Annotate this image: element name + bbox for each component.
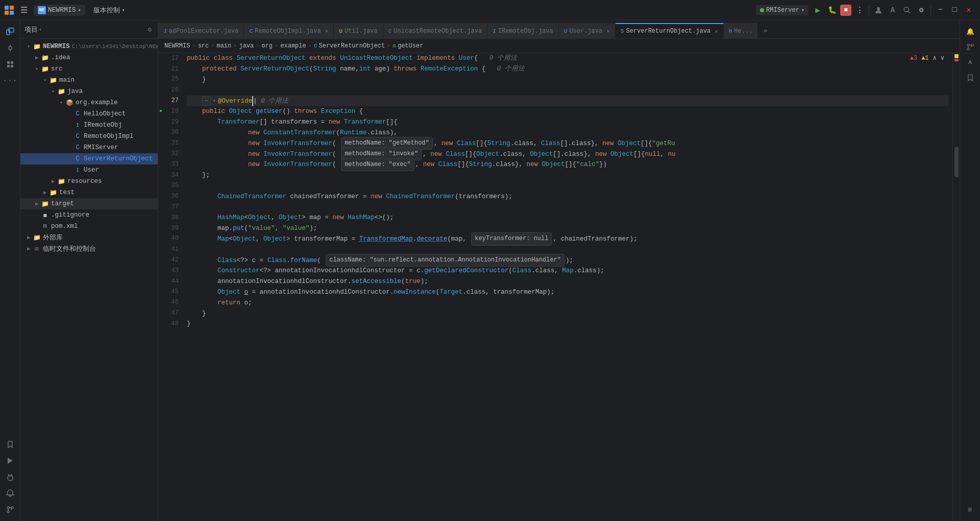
svg-rect-13 bbox=[11, 61, 13, 64]
breadcrumb-class[interactable]: C ServerReturnObject bbox=[314, 42, 385, 50]
tree-item-iremoteobj[interactable]: ▶ I IRemoteObj bbox=[20, 120, 158, 131]
tree-item-test[interactable]: ▶ 📁 test bbox=[20, 187, 158, 198]
tree-item-target[interactable]: ▶ 📁 target bbox=[20, 198, 158, 209]
file-tree-panel: 项目 ▾ ⚙ ▾ 📁 NEWRMIS C:\Users\14341\Deskto… bbox=[20, 20, 158, 521]
vcs-selector[interactable]: 版本控制 ▾ bbox=[89, 4, 129, 16]
rmi-server-indicator[interactable]: RMIServer ▾ bbox=[756, 5, 808, 15]
tab-threadpoolexecutor[interactable]: J adPoolExecutor.java bbox=[158, 23, 244, 38]
breadcrumb-src[interactable]: src bbox=[198, 42, 209, 50]
right-tool-vcs[interactable] bbox=[963, 40, 977, 54]
tab-unicastremoteobject[interactable]: C UnicastRemoteObject.java bbox=[383, 23, 487, 38]
filetree-settings-icon[interactable]: ⚙ bbox=[145, 25, 154, 35]
tree-item-main[interactable]: ▾ 📁 main bbox=[20, 75, 158, 86]
debug-icon[interactable]: 🐛 bbox=[825, 3, 839, 17]
tab-close-remoteobjimpl[interactable]: ✕ bbox=[325, 28, 329, 34]
tree-item-java[interactable]: ▾ 📁 java bbox=[20, 86, 158, 97]
breadcrumb-java[interactable]: java bbox=[239, 42, 254, 50]
run-icon[interactable]: ▶ bbox=[811, 3, 825, 17]
tab-remoteobjimpl[interactable]: C RemoteObjImpl.java ✕ bbox=[244, 23, 334, 38]
right-tool-translate[interactable]: A bbox=[963, 55, 977, 69]
breadcrumb-main[interactable]: main bbox=[216, 42, 231, 50]
code-line-41 bbox=[187, 244, 948, 255]
tab-helloobject[interactable]: H He... bbox=[724, 23, 758, 38]
tree-item-helloobject[interactable]: ▶ C HelloObject bbox=[20, 108, 158, 120]
svg-rect-2 bbox=[5, 11, 9, 15]
line-num-37: 37 bbox=[160, 202, 179, 212]
close-button[interactable]: ✕ bbox=[962, 3, 976, 17]
search-icon[interactable] bbox=[900, 3, 914, 17]
svg-rect-14 bbox=[7, 65, 10, 67]
tree-arrow-java: ▾ bbox=[49, 88, 57, 94]
tab-close-serverreturnobject[interactable]: ✕ bbox=[715, 28, 718, 35]
gitignore-icon: ◼ bbox=[41, 211, 49, 219]
line-num-17: 17 bbox=[160, 53, 179, 64]
tree-item-user[interactable]: ▶ I User bbox=[20, 164, 158, 176]
tabs-overflow-button[interactable]: » bbox=[758, 23, 772, 38]
breadcrumb-method[interactable]: m getUser bbox=[393, 42, 423, 50]
class-icon3: C bbox=[74, 155, 82, 162]
sidebar-item-plugins[interactable] bbox=[3, 57, 17, 72]
sidebar-item-project[interactable] bbox=[3, 25, 17, 39]
sidebar-item-git[interactable] bbox=[3, 503, 17, 517]
tab-serverreturnobject[interactable]: S ServerReturnObject.java ✕ bbox=[616, 23, 724, 38]
xml-icon: m bbox=[41, 223, 49, 230]
tree-item-src[interactable]: ▾ 📁 src bbox=[20, 63, 158, 75]
tree-item-scratch[interactable]: ▶ ⊞ 临时文件和控制台 bbox=[20, 243, 158, 254]
maximize-button[interactable]: □ bbox=[947, 3, 962, 17]
right-tool-notifications[interactable]: 🔔 bbox=[963, 25, 977, 39]
code-line-35 bbox=[187, 181, 948, 192]
code-line-17: public class ServerReturnObject extends … bbox=[187, 53, 948, 64]
svg-point-17 bbox=[8, 476, 13, 481]
project-selector[interactable]: NE NEWRMIS ▾ bbox=[34, 5, 85, 16]
more-actions-icon[interactable]: ⋮ bbox=[852, 3, 867, 17]
tree-arrow-idea: ▶ bbox=[33, 55, 41, 61]
sidebar-item-commit[interactable] bbox=[3, 41, 17, 55]
tab-user[interactable]: U User.java ✕ bbox=[559, 23, 616, 38]
user-icon[interactable] bbox=[871, 3, 886, 17]
breadcrumb-org[interactable]: org bbox=[261, 42, 273, 50]
breadcrumb-newrmis[interactable]: NEWRMIS bbox=[164, 42, 190, 50]
sidebar-item-bookmarks[interactable] bbox=[3, 437, 17, 452]
error-mark-1 bbox=[954, 59, 959, 61]
tree-item-pomxml[interactable]: ▶ m pom.xml bbox=[20, 221, 158, 232]
sidebar-item-debug[interactable] bbox=[3, 470, 17, 484]
tree-item-gitignore[interactable]: ▶ ◼ .gitignore bbox=[20, 209, 158, 221]
tree-item-root[interactable]: ▾ 📁 NEWRMIS C:\Users\14341\Desktop\NEW bbox=[20, 41, 158, 52]
line-num-25: 25 bbox=[160, 75, 179, 85]
svg-point-5 bbox=[904, 7, 909, 12]
tab-close-user[interactable]: ✕ bbox=[606, 28, 610, 34]
tab-iremoteobj[interactable]: I IRemoteObj.java bbox=[487, 23, 559, 38]
right-tool-bookmark[interactable] bbox=[963, 70, 977, 85]
sidebar-item-run[interactable] bbox=[3, 454, 17, 468]
tree-item-org-example[interactable]: ▾ 📦 org.example bbox=[20, 97, 158, 108]
translate-icon[interactable]: A bbox=[886, 3, 900, 17]
right-tool-expand[interactable]: ⊞ bbox=[963, 503, 977, 517]
vertical-scrollbar[interactable] bbox=[952, 53, 960, 521]
settings-icon[interactable]: ⚙ bbox=[914, 3, 928, 17]
line-num-32: 32 bbox=[160, 149, 179, 159]
hamburger-icon[interactable]: ☰ bbox=[18, 3, 30, 17]
tab-util[interactable]: U Util.java bbox=[334, 23, 383, 38]
code-line-47: } bbox=[187, 308, 948, 319]
sidebar-item-notifications[interactable] bbox=[3, 486, 17, 501]
tree-item-idea[interactable]: ▶ 📁 .idea bbox=[20, 52, 158, 63]
code-line-43: Constructor<?> annotationInvocationhdlCo… bbox=[187, 266, 948, 276]
breadcrumb-example[interactable]: example bbox=[280, 42, 306, 50]
divider2 bbox=[930, 5, 931, 15]
tree-item-serverreturnobject[interactable]: ▶ C ServerReturnObject bbox=[20, 153, 158, 164]
tree-item-rmiserver[interactable]: ▶ C RMIServer bbox=[20, 142, 158, 153]
tree-arrow-ext: ▶ bbox=[24, 234, 33, 241]
filetree-dropdown-icon[interactable]: ▾ bbox=[39, 27, 42, 33]
sidebar-item-more[interactable]: ··· bbox=[3, 74, 17, 88]
code-area[interactable]: public class ServerReturnObject extends … bbox=[183, 53, 952, 521]
app-logo bbox=[4, 5, 14, 15]
line-num-46: 46 bbox=[160, 297, 179, 308]
tree-item-resources[interactable]: ▶ 📁 resources bbox=[20, 176, 158, 187]
tree-item-remoteobjimpl[interactable]: ▶ C RemoteObjImpl bbox=[20, 131, 158, 142]
minimize-button[interactable]: − bbox=[933, 3, 947, 17]
tree-arrow-src: ▾ bbox=[33, 66, 41, 72]
code-line-42: Class<?> c = Class.forName( className: "… bbox=[187, 255, 948, 266]
stop-button[interactable]: ■ bbox=[840, 5, 851, 16]
folder-icon: 📁 bbox=[33, 43, 41, 51]
tree-item-external-libs[interactable]: ▶ 📁 外部库 bbox=[20, 232, 158, 243]
